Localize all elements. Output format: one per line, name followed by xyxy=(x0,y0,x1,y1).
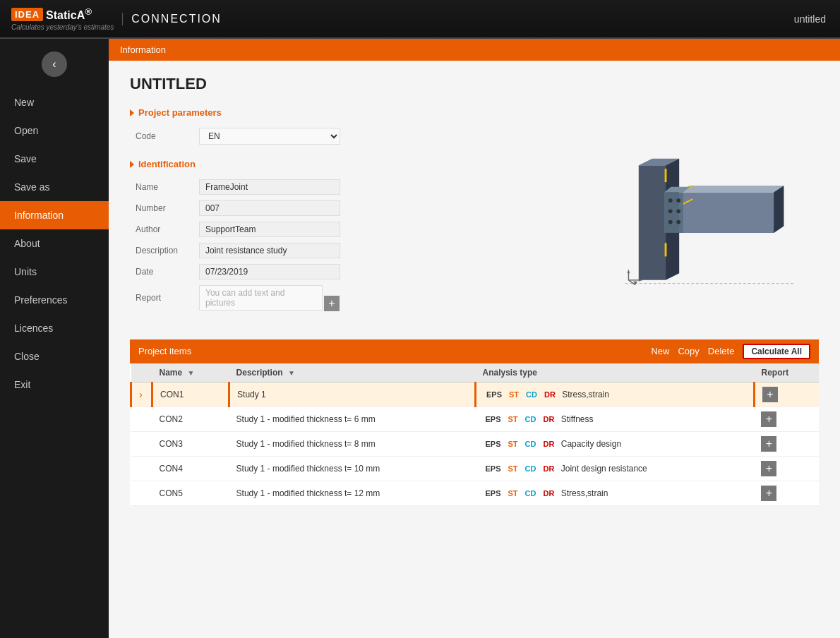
tag-st: ST xyxy=(505,464,521,474)
report-plus-button[interactable]: + xyxy=(761,461,776,476)
new-item-button[interactable]: New xyxy=(651,344,669,359)
sidebar-item-licences[interactable]: Licences xyxy=(0,314,109,342)
id-field-number: Number007 xyxy=(130,198,586,219)
row-analysis-type: EPSSTCDDR Stiffness xyxy=(476,407,755,431)
project-items-header: Project items New Copy Delete Calculate … xyxy=(130,339,819,363)
description-label: Description xyxy=(130,240,193,261)
report-value-cell: You can add text and pictures+ xyxy=(193,282,586,314)
author-label: Author xyxy=(130,219,193,240)
row-description: Study 1 xyxy=(229,382,476,407)
tag-cd: CD xyxy=(522,464,539,474)
copy-item-button[interactable]: Copy xyxy=(678,344,699,359)
expand-cell[interactable] xyxy=(131,456,152,481)
expand-cell[interactable] xyxy=(131,431,152,456)
number-label: Number xyxy=(130,198,193,219)
table-row[interactable]: CON2Study 1 - modified thickness t= 6 mm… xyxy=(131,407,820,431)
row-name: CON2 xyxy=(152,407,229,431)
expand-cell[interactable] xyxy=(131,481,152,505)
analysis-type-text: Stiffness xyxy=(558,414,593,424)
logo-reg: ® xyxy=(85,6,92,17)
collapse-triangle[interactable] xyxy=(130,109,134,116)
report-plus-button[interactable]: + xyxy=(761,436,776,452)
delete-item-button[interactable]: Delete xyxy=(708,344,735,359)
identification-header: Identification xyxy=(130,159,586,169)
sidebar-item-open[interactable]: Open xyxy=(0,116,109,145)
report-plus-button[interactable]: + xyxy=(762,387,778,402)
svg-marker-5 xyxy=(679,193,774,233)
logo-statica: StaticA® xyxy=(46,6,92,22)
name-col-header[interactable]: Name ▼ xyxy=(152,363,229,383)
row-report: + xyxy=(754,481,819,505)
sidebar-item-information[interactable]: Information xyxy=(0,201,109,229)
model-container xyxy=(614,138,812,294)
table-row[interactable]: CON3Study 1 - modified thickness t= 8 mm… xyxy=(131,431,820,456)
date-value-cell: 07/23/2019 xyxy=(193,261,586,282)
sidebar-item-save-as[interactable]: Save as xyxy=(0,173,109,201)
description-col-header[interactable]: Description ▼ xyxy=(229,363,476,383)
svg-marker-1 xyxy=(639,166,666,281)
two-col-layout: Project parameters Code EN xyxy=(130,107,819,325)
number-value: 007 xyxy=(199,200,340,216)
project-params-table: Code EN xyxy=(130,125,586,148)
tag-eps: EPS xyxy=(483,414,504,424)
report-plus-button[interactable]: + xyxy=(761,411,776,427)
id-field-name: NameFrameJoint xyxy=(130,176,586,198)
tag-eps: EPS xyxy=(483,488,504,498)
id-collapse-triangle[interactable] xyxy=(130,161,134,168)
sidebar-item-close[interactable]: Close xyxy=(0,342,109,371)
row-description: Study 1 - modified thickness t= 10 mm xyxy=(229,456,476,481)
project-params-title: Project parameters xyxy=(138,107,222,118)
report-input[interactable]: You can add text and pictures xyxy=(199,285,323,311)
sidebar-items: NewOpenSaveSave asInformationAboutUnitsP… xyxy=(0,88,109,399)
content: Information UNTITLED Project parameters … xyxy=(109,39,840,638)
calculate-all-button[interactable]: Calculate All xyxy=(743,344,810,359)
sidebar-item-new[interactable]: New xyxy=(0,88,109,116)
report-add-button[interactable]: + xyxy=(324,296,340,311)
sidebar-item-save[interactable]: Save xyxy=(0,145,109,173)
tag-st: ST xyxy=(505,414,521,424)
logo-box: IDEA xyxy=(11,8,43,21)
identification-title: Identification xyxy=(138,159,196,169)
row-report: + xyxy=(754,407,819,431)
code-select[interactable]: EN xyxy=(199,128,340,145)
sidebar-item-exit[interactable]: Exit xyxy=(0,371,109,399)
report-plus-button[interactable]: + xyxy=(761,486,776,501)
code-label: Code xyxy=(130,125,193,148)
row-analysis-type: EPSSTCDDR Capacity design xyxy=(476,431,755,456)
table-row[interactable]: CON5Study 1 - modified thickness t= 12 m… xyxy=(131,481,820,505)
logo-tagline: Calculates yesterday's estimates xyxy=(11,23,114,31)
items-table: Name ▼ Description ▼ Analysis type Repor… xyxy=(130,363,819,506)
project-title: UNTITLED xyxy=(130,75,819,93)
content-body: UNTITLED Project parameters Code EN xyxy=(109,61,840,638)
table-row[interactable]: ›CON1Study 1EPSSTCDDR Stress,strain+ xyxy=(131,382,820,407)
svg-marker-7 xyxy=(774,186,784,233)
sidebar-item-about[interactable]: About xyxy=(0,229,109,258)
svg-point-17 xyxy=(676,210,680,214)
row-name: CON3 xyxy=(152,431,229,456)
left-col: Project parameters Code EN xyxy=(130,107,586,325)
expand-cell[interactable] xyxy=(131,407,152,431)
date-label: Date xyxy=(130,261,193,282)
analysis-type-text: Capacity design xyxy=(558,439,621,449)
name-value: FrameJoint xyxy=(199,179,340,195)
row-description: Study 1 - modified thickness t= 12 mm xyxy=(229,481,476,505)
id-field-author: AuthorSupportTeam xyxy=(130,219,586,240)
expand-cell[interactable]: › xyxy=(131,382,152,407)
svg-point-16 xyxy=(668,210,673,214)
project-items-actions: New Copy Delete Calculate All xyxy=(651,344,810,359)
svg-rect-12 xyxy=(664,193,683,233)
sidebar-item-preferences[interactable]: Preferences xyxy=(0,286,109,314)
back-button[interactable]: ‹ xyxy=(42,52,67,77)
table-row[interactable]: CON4Study 1 - modified thickness t= 10 m… xyxy=(131,456,820,481)
svg-point-19 xyxy=(676,220,680,224)
svg-point-15 xyxy=(676,198,680,203)
number-value-cell: 007 xyxy=(193,198,586,219)
tag-eps: EPS xyxy=(483,439,504,449)
connection-label: CONNECTION xyxy=(122,13,222,25)
identification-table: NameFrameJointNumber007AuthorSupportTeam… xyxy=(130,176,586,314)
expand-arrow-icon[interactable]: › xyxy=(139,389,143,400)
row-report: + xyxy=(754,431,819,456)
sidebar-item-units[interactable]: Units xyxy=(0,258,109,286)
row-report: + xyxy=(754,456,819,481)
tag-dr: DR xyxy=(541,390,558,399)
